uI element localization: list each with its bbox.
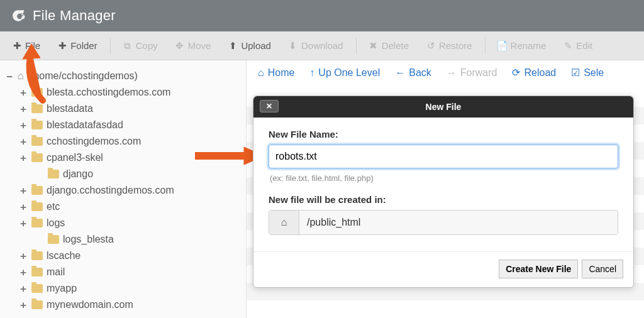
cpanel-logo-icon <box>9 7 26 25</box>
expand-icon[interactable]: + <box>19 250 28 262</box>
tree-item[interactable]: +blesta.cchostingdemos.com <box>5 84 241 101</box>
toolbar-label: Rename <box>511 40 547 51</box>
edit-button[interactable]: ✎ Edit <box>556 36 600 55</box>
folder-icon <box>48 235 59 244</box>
folder-icon <box>31 137 43 146</box>
tree-item[interactable]: django <box>5 166 241 182</box>
tree-item[interactable]: +blestadatafasdad <box>5 117 241 133</box>
up-icon: ↑ <box>309 67 314 79</box>
toolbar-label: Download <box>301 40 343 51</box>
toolbar-label: Delete <box>382 40 409 51</box>
folder-icon <box>31 300 43 309</box>
tree-item-label: mynewdomain.com <box>47 299 133 310</box>
tree-item[interactable]: +blestadata <box>5 101 241 117</box>
nav-up-button[interactable]: ↑ Up One Level <box>309 67 380 79</box>
expand-icon[interactable]: + <box>19 103 28 115</box>
expand-icon[interactable]: + <box>19 283 28 295</box>
filename-label: New File Name: <box>269 129 618 140</box>
expand-icon[interactable]: + <box>19 201 28 213</box>
delete-button[interactable]: ✖ Delete <box>362 36 416 55</box>
move-icon: ✥ <box>175 40 184 52</box>
expand-icon[interactable] <box>35 168 44 180</box>
folder-icon <box>31 121 43 129</box>
expand-icon[interactable]: + <box>19 217 28 229</box>
dialog-close-button[interactable]: ✕ <box>260 100 279 112</box>
home-icon: ⌂ <box>258 67 264 79</box>
tree-item[interactable]: +logs <box>5 215 241 231</box>
expand-icon[interactable]: + <box>19 299 28 311</box>
path-input-group: ⌂ /public_html <box>269 210 618 235</box>
tree-item[interactable]: +etc <box>5 199 241 215</box>
tree-item-label: cpanel3-skel <box>47 152 103 163</box>
tree-item-label: mail <box>47 266 65 278</box>
folder-tree[interactable]: −⌂(/home/cchostingdemos)+blesta.cchostin… <box>5 68 241 313</box>
tree-item[interactable]: +mynewdomain.com <box>5 297 241 313</box>
tree-item[interactable]: +lscache <box>5 248 241 264</box>
restore-button[interactable]: ↺ Restore <box>419 36 480 55</box>
select-icon: ☑ <box>571 67 580 79</box>
toolbar-label: Restore <box>439 40 472 51</box>
close-icon: ✕ <box>266 96 272 117</box>
app-header: File Manager <box>0 0 644 31</box>
copy-button[interactable]: ⧉ Copy <box>116 36 165 55</box>
move-button[interactable]: ✥ Move <box>168 36 219 55</box>
tree-root[interactable]: −⌂(/home/cchostingdemos) <box>5 68 241 84</box>
tree-item[interactable]: +mail <box>5 264 241 280</box>
expand-icon[interactable]: + <box>19 152 28 164</box>
expand-icon[interactable]: + <box>19 136 28 148</box>
toolbar-label: Move <box>188 40 211 51</box>
folder-icon <box>31 153 43 162</box>
pencil-icon: ✎ <box>564 40 572 52</box>
rename-button[interactable]: 📄 Rename <box>491 36 554 55</box>
expand-icon[interactable]: + <box>19 119 28 131</box>
expand-icon[interactable] <box>35 234 44 246</box>
tree-item-label: blesta.cchostingdemos.com <box>47 87 170 98</box>
home-icon: ⌂ <box>18 70 24 82</box>
path-label: New file will be created in: <box>269 194 618 205</box>
expand-icon[interactable]: + <box>19 87 28 99</box>
tree-item[interactable]: +cpanel3-skel <box>5 150 241 166</box>
back-icon: ← <box>395 67 405 79</box>
download-button[interactable]: ⬇ Download <box>281 36 351 55</box>
reload-icon: ⟳ <box>512 67 520 79</box>
collapse-icon[interactable]: − <box>5 70 14 82</box>
tree-item[interactable]: logs_blesta <box>5 231 241 248</box>
path-home-button[interactable]: ⌂ <box>269 211 299 234</box>
nav-forward-button[interactable]: → Forward <box>447 67 497 79</box>
nav-label: Reload <box>524 67 556 79</box>
nav-home-button[interactable]: ⌂ Home <box>258 67 294 79</box>
nav-label: Sele <box>584 67 604 79</box>
expand-icon[interactable]: + <box>19 185 28 197</box>
toolbar-divider <box>485 38 486 54</box>
restore-icon: ↺ <box>426 40 435 52</box>
home-icon: ⌂ <box>281 217 287 228</box>
forward-icon: → <box>447 67 457 79</box>
toolbar-label: Folder <box>70 40 97 51</box>
nav-back-button[interactable]: ← Back <box>395 67 431 79</box>
nav-select-all-button[interactable]: ☑ Sele <box>571 67 604 79</box>
new-file-button[interactable]: ✚ File <box>5 36 48 55</box>
tree-item-label: logs <box>47 217 65 229</box>
path-display[interactable]: /public_html <box>299 211 618 234</box>
nav-reload-button[interactable]: ⟳ Reload <box>512 67 556 79</box>
create-file-button[interactable]: Create New File <box>499 260 578 278</box>
plus-icon: ✚ <box>58 40 67 52</box>
folder-icon <box>31 268 43 277</box>
dialog-titlebar: ✕ New File <box>253 96 633 118</box>
dialog-title: New File <box>426 102 462 112</box>
folder-icon <box>31 186 43 195</box>
expand-icon[interactable]: + <box>19 266 28 278</box>
filename-input[interactable] <box>269 145 618 168</box>
new-folder-button[interactable]: ✚ Folder <box>50 36 105 55</box>
dialog-footer: Create New File Cancel <box>253 251 633 287</box>
cancel-button[interactable]: Cancel <box>582 260 623 278</box>
tree-item[interactable]: +myapp <box>5 280 241 297</box>
tree-item-label: django.cchostingdemos.com <box>47 185 174 196</box>
tree-item[interactable]: +cchostingdemos.com <box>5 133 241 150</box>
tree-item-label: etc <box>47 201 60 212</box>
delete-icon: ✖ <box>369 40 378 52</box>
toolbar-label: Upload <box>241 40 271 51</box>
upload-button[interactable]: ⬆ Upload <box>221 36 279 55</box>
toolbar-label: Edit <box>576 40 592 51</box>
tree-item[interactable]: +django.cchostingdemos.com <box>5 182 241 199</box>
